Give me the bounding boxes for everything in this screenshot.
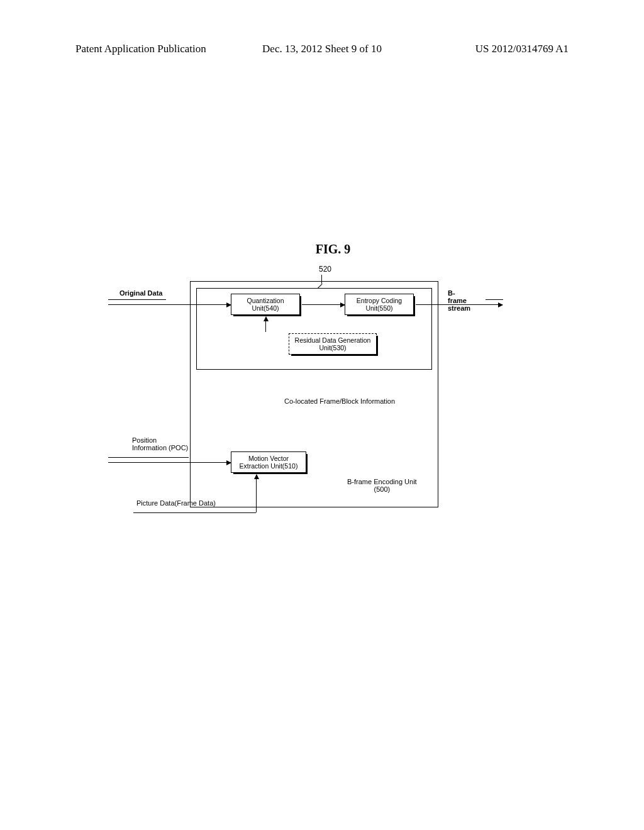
figure-9: FIG. 9 520 Quantization Unit(540) Entrop…: [108, 242, 460, 542]
underline-icon: [108, 299, 166, 300]
underline-icon: [108, 457, 189, 458]
block-diagram: 520 Quantization Unit(540) Entropy Codin…: [108, 265, 460, 542]
picture-data-label: Picture Data(Frame Data): [136, 499, 216, 507]
bframe-stream-label: B-frame stream: [448, 289, 470, 312]
motion-vector-label: Motion Vector Extraction Unit(510): [231, 452, 306, 472]
header-middle: Dec. 13, 2012 Sheet 9 of 10: [262, 43, 382, 55]
arrow-icon: [416, 304, 502, 305]
block-shadow-icon: [376, 336, 378, 356]
quantization-unit-label: Quantization Unit(540): [231, 294, 299, 314]
underline-icon: [486, 299, 503, 300]
residual-data-label: Residual Data Generation Unit(530): [289, 334, 376, 354]
block-shadow-icon: [299, 296, 301, 316]
entropy-coding-unit-label: Entropy Coding Unit(550): [345, 294, 413, 314]
bframe-encoding-unit-label: B-frame Encoding Unit (500): [347, 478, 417, 493]
arrow-icon: [108, 304, 231, 305]
block-shadow-icon: [233, 472, 308, 474]
arrow-icon: [265, 317, 266, 332]
residual-data-generation-unit-block: Residual Data Generation Unit(530): [289, 333, 377, 355]
colocated-info-label: Co-located Frame/Block Information: [284, 397, 395, 405]
quantization-unit-block: Quantization Unit(540): [231, 294, 300, 315]
position-info-label: Position Information (POC): [132, 436, 188, 451]
motion-vector-extraction-unit-block: Motion Vector Extraction Unit(510): [231, 451, 306, 473]
block-shadow-icon: [306, 454, 308, 474]
figure-title: FIG. 9: [206, 242, 460, 257]
header-left: Patent Application Publication: [75, 43, 206, 55]
arrow-icon: [108, 462, 231, 463]
ref-number-520: 520: [319, 265, 331, 274]
arrow-icon: [302, 304, 345, 305]
entropy-coding-unit-block: Entropy Coding Unit(550): [345, 294, 414, 315]
page-header: Patent Application Publication Dec. 13, …: [75, 43, 569, 55]
block-shadow-icon: [347, 314, 415, 316]
block-shadow-icon: [291, 354, 378, 356]
connector-line-icon: [133, 512, 256, 513]
block-shadow-icon: [413, 296, 415, 316]
header-right: US 2012/0314769 A1: [475, 43, 569, 55]
arrow-icon: [256, 475, 257, 512]
original-data-label: Original Data: [119, 289, 162, 297]
